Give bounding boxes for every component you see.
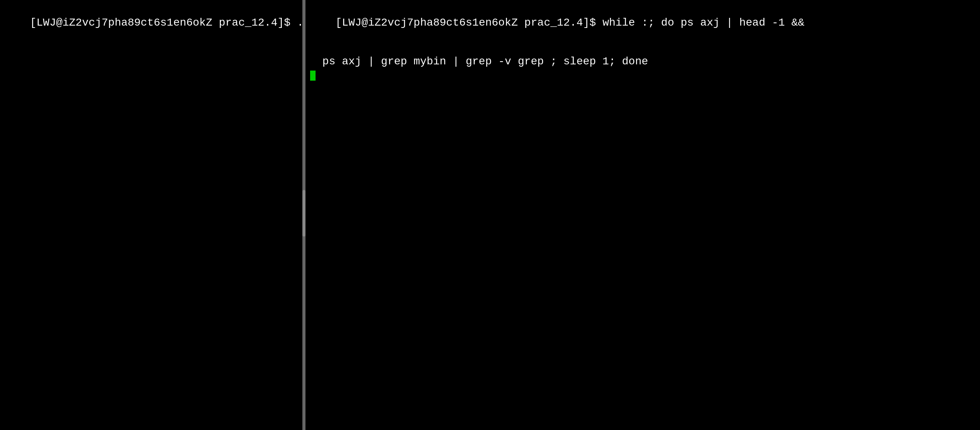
terminal-right-prompt: [LWJ@iZ2vcj7pha89ct6s1en6okZ prac_12.4]$ bbox=[335, 17, 602, 29]
terminal-right-command1: while :; do ps axj | head -1 && bbox=[602, 17, 804, 29]
terminal-right-line1: [LWJ@iZ2vcj7pha89ct6s1en6okZ prac_12.4]$… bbox=[309, 3, 976, 42]
terminal-right-line2: ps axj | grep mybin | grep -v grep ; sle… bbox=[309, 55, 976, 68]
terminal-left-prompt: [LWJ@iZ2vcj7pha89ct6s1en6okZ prac_12.4]$ bbox=[30, 17, 297, 29]
terminal-right-cursor bbox=[310, 71, 316, 81]
terminal-divider[interactable] bbox=[302, 0, 305, 430]
divider-handle[interactable] bbox=[302, 190, 305, 237]
terminal-right[interactable]: [LWJ@iZ2vcj7pha89ct6s1en6okZ prac_12.4]$… bbox=[305, 0, 980, 430]
terminal-left-line1: [LWJ@iZ2vcj7pha89ct6s1en6okZ prac_12.4]$… bbox=[4, 3, 298, 42]
terminal-left[interactable]: [LWJ@iZ2vcj7pha89ct6s1en6okZ prac_12.4]$… bbox=[0, 0, 302, 430]
terminal-left-command: ./mybin bbox=[297, 17, 302, 29]
